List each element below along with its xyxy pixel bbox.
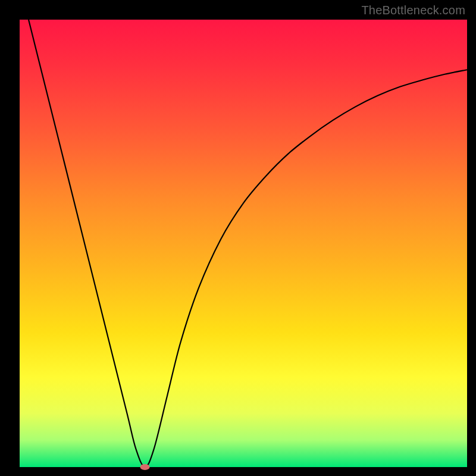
bottleneck-chart — [0, 0, 476, 476]
chart-container: TheBottleneck.com — [0, 0, 476, 476]
watermark-text: TheBottleneck.com — [361, 4, 465, 17]
minimum-marker — [140, 464, 150, 470]
